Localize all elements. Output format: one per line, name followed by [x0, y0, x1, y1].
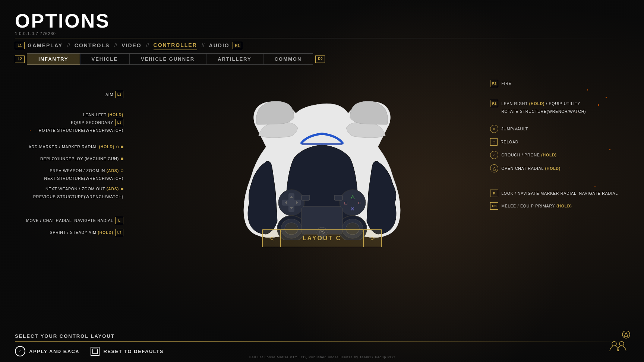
- footer-buttons: ○ APPLY AND BACK RESET TO DEFAULTS: [15, 346, 629, 356]
- triangle-button-symbol: △: [490, 164, 498, 172]
- sub-navigation: INFANTRY VEHICLE VEHICLE GUNNER ARTILLER…: [27, 53, 313, 65]
- label-melee: R3 MELEE / EQUIP PRIMARY (HOLD): [490, 202, 618, 210]
- dot-add-marker: [116, 146, 119, 148]
- page-title: OPTIONS: [15, 11, 629, 31]
- label-equip-secondary: EQUIP SECONDARY L1: [71, 119, 123, 126]
- controller-image: △ ✕ □ ○: [229, 95, 415, 236]
- l2-aim-badge: L2: [115, 91, 123, 98]
- sub-tab-common[interactable]: COMMON: [263, 54, 313, 64]
- label-look: R LOOK / NAVIGATE MARKER RADIAL NAVIGATE…: [490, 190, 618, 197]
- nav-sep-1: //: [67, 42, 70, 48]
- nav-sep-2: //: [114, 42, 117, 48]
- tab-video[interactable]: VIDEO: [121, 41, 142, 50]
- label-next-structure: NEXT STRUCTURE(WRENCH/WATCH): [44, 175, 123, 182]
- circle-icon: ○: [15, 346, 25, 356]
- tab-controls[interactable]: CONTROLS: [75, 41, 110, 50]
- apply-back-button[interactable]: ○ APPLY AND BACK: [15, 346, 79, 356]
- l1-label-badge: L1: [115, 119, 123, 126]
- svg-rect-23: [302, 143, 342, 145]
- svg-marker-26: [624, 333, 628, 336]
- r1-badge[interactable]: R1: [233, 42, 242, 49]
- sub-tab-vehicle-gunner[interactable]: VEHICLE GUNNER: [129, 54, 206, 64]
- l3-badge-label: L3: [115, 229, 123, 236]
- r2-badge[interactable]: R2: [315, 55, 325, 63]
- tab-audio[interactable]: AUDIO: [209, 41, 230, 50]
- dot-prev-weapon: [121, 169, 123, 172]
- footer: SELECT YOUR CONTROL LAYOUT ○ APPLY AND B…: [0, 330, 644, 362]
- main-navigation: L1 GAMEPLAY // CONTROLS // VIDEO // CONT…: [15, 41, 629, 50]
- svg-text:✕: ✕: [350, 206, 355, 212]
- right-labels: R2 FIRE R1 LEAN RIGHT (HOLD) / EQUIP UTI…: [490, 80, 618, 210]
- bottom-right-icon: [607, 331, 633, 355]
- l1-badge[interactable]: L1: [15, 42, 25, 49]
- sub-tab-infantry[interactable]: INFANTRY: [27, 54, 80, 64]
- label-rotate-structure-r: ROTATE STRUCTURE(WRENCH/WATCH): [490, 108, 618, 115]
- svg-point-28: [619, 342, 624, 346]
- header-separator: [15, 38, 629, 38]
- apply-back-label: APPLY AND BACK: [29, 349, 79, 354]
- copyright-text: Hell Let Loose Matter PTY LTD, Published…: [249, 355, 395, 359]
- tab-controller[interactable]: CONTROLLER: [154, 41, 197, 50]
- svg-point-27: [612, 342, 616, 346]
- select-layout-text: SELECT YOUR CONTROL LAYOUT: [15, 333, 629, 339]
- label-deploy: DEPLOY/UNDEPLOY (MACHINE GUN): [26, 155, 123, 162]
- r2-fire-badge: R2: [490, 80, 498, 87]
- dot-add-marker-2: [121, 146, 123, 148]
- layout-name: LAYOUT C: [281, 235, 363, 242]
- sub-tab-artillery[interactable]: ARTILLERY: [206, 54, 263, 64]
- r-stick-badge: R: [490, 190, 498, 197]
- svg-rect-22: [334, 195, 342, 200]
- label-lean-left: LEAN LEFT (HOLD): [83, 111, 123, 118]
- nav-sep-4: //: [202, 42, 205, 48]
- r1-label-badge: R1: [490, 100, 498, 107]
- dot-deploy: [121, 158, 123, 160]
- reset-defaults-button[interactable]: RESET TO DEFAULTS: [91, 347, 164, 356]
- l-stick-badge: L: [115, 217, 123, 224]
- svg-rect-21: [302, 195, 310, 200]
- label-lean-right: R1 LEAN RIGHT (HOLD) / EQUIP UTILITY: [490, 100, 618, 107]
- svg-point-25: [622, 331, 630, 338]
- square-button-symbol: □: [490, 138, 498, 146]
- footer-separator: [15, 341, 629, 342]
- nav-sep-3: //: [146, 42, 149, 48]
- label-open-chat: △ OPEN CHAT RADIAL (HOLD): [490, 164, 618, 172]
- label-prev-structure: PREVIOUS STRUCTURE(WRENCH/WATCH): [33, 193, 123, 200]
- tab-gameplay[interactable]: GAMEPLAY: [28, 41, 63, 50]
- layout-next-button[interactable]: >: [363, 230, 381, 247]
- circle-button-symbol: ○: [490, 151, 498, 159]
- label-rotate-structure: ROTATE STRUCTURE(WRENCH/WATCH): [39, 127, 123, 134]
- version-text: 1.0.0.1.0.7.776280: [15, 31, 629, 36]
- x-button-symbol: ✕: [490, 125, 498, 133]
- layout-selector: < LAYOUT C >: [262, 229, 382, 247]
- label-sprint: SPRINT / STEADY AIM (HOLD) L3: [26, 229, 123, 236]
- left-labels: AIM L2 LEAN LEFT (HOLD) EQUIP SECONDARY …: [26, 91, 123, 236]
- label-add-marker: ADD MARKER / MARKER RADIAL (HOLD): [26, 143, 123, 150]
- label-next-weapon: NEXT WEAPON / ZOOM OUT (ADS): [45, 185, 123, 193]
- layout-prev-button[interactable]: <: [263, 230, 281, 247]
- svg-text:○: ○: [358, 200, 361, 206]
- square-icon: [91, 347, 100, 356]
- label-fire: R2 FIRE: [490, 80, 618, 87]
- svg-text:□: □: [344, 200, 347, 206]
- main-content: OPTIONS 1.0.0.1.0.7.776280 L1 GAMEPLAY /…: [0, 0, 644, 362]
- label-prev-weapon: PREV WEAPON / ZOOM IN (ADS): [50, 167, 123, 174]
- r3-badge-label: R3: [490, 202, 498, 210]
- l2-badge[interactable]: L2: [15, 55, 25, 63]
- sub-tab-vehicle[interactable]: VEHICLE: [80, 54, 129, 64]
- dot-next-weapon: [121, 188, 123, 190]
- controller-area: AIM L2 LEAN LEFT (HOLD) EQUIP SECONDARY …: [15, 69, 629, 262]
- label-move: MOVE / CHAT RADIAL NAVIGATE RADIAL L: [26, 217, 123, 224]
- svg-text:△: △: [351, 194, 355, 200]
- label-crouch: ○ CROUCH / PRONE (HOLD): [490, 151, 618, 159]
- label-aim: AIM L2: [26, 91, 123, 98]
- reset-defaults-label: RESET TO DEFAULTS: [103, 349, 164, 354]
- label-jump: ✕ JUMP/VAULT: [490, 125, 618, 133]
- label-reload: □ RELOAD: [490, 138, 618, 146]
